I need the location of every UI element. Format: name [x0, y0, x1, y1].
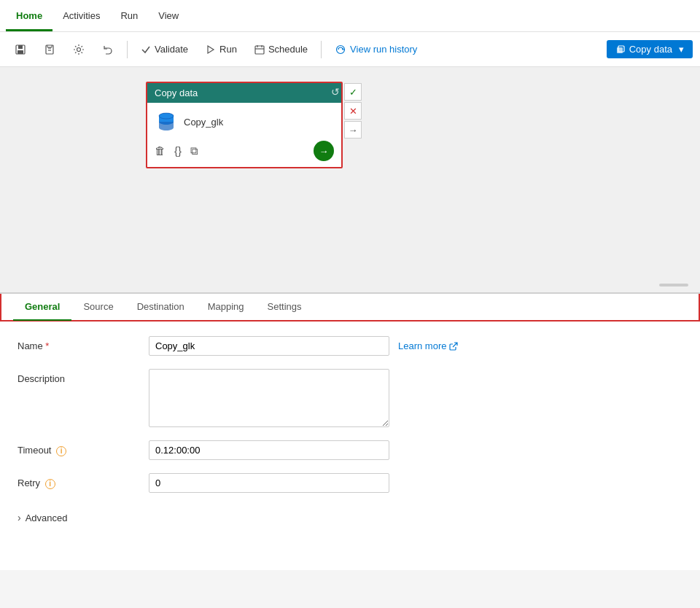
retry-label: Retry i [18, 473, 149, 489]
tab-mapping-label: Mapping [208, 301, 244, 312]
retry-input[interactable] [149, 473, 389, 493]
retry-info-icon: i [45, 479, 55, 489]
tab-mapping[interactable]: Mapping [196, 294, 256, 321]
run-history-icon [335, 44, 346, 55]
external-link-icon [449, 342, 458, 351]
card-close-button[interactable]: ✕ [344, 102, 362, 120]
svg-rect-13 [617, 47, 623, 53]
resize-handle[interactable] [659, 284, 688, 287]
name-required: * [45, 340, 49, 351]
learn-more-link[interactable]: Learn more [398, 336, 458, 351]
resize-handle-area [659, 284, 688, 287]
timeout-info-icon: i [56, 446, 66, 456]
delete-icon[interactable]: 🗑 [155, 144, 166, 157]
tab-destination-label: Destination [137, 301, 184, 312]
svg-marker-7 [208, 46, 214, 53]
menu-item-activities[interactable]: Activities [52, 0, 110, 31]
refresh-icon[interactable]: ↺ [331, 86, 340, 98]
tab-destination[interactable]: Destination [125, 294, 196, 321]
svg-rect-8 [255, 46, 264, 54]
activity-card-header: Copy data ↺ [147, 83, 341, 103]
timeout-label: Timeout i [18, 440, 149, 456]
form-area: Name * Learn more Description [0, 321, 700, 544]
retry-row: Retry i [18, 473, 682, 493]
view-run-history-button[interactable]: View run history [327, 40, 424, 59]
tab-settings[interactable]: Settings [256, 294, 314, 321]
svg-rect-2 [18, 50, 23, 54]
name-label: Name * [18, 336, 149, 351]
advanced-label: Advanced [26, 512, 68, 523]
description-control-area [149, 369, 682, 427]
canvas-area: Copy data ↺ Copy_glk 🗑 {} ⧉ → [0, 67, 700, 293]
description-label: Description [18, 369, 149, 384]
timeout-input[interactable] [149, 440, 389, 460]
retry-control-area [149, 473, 682, 493]
card-arrow-button[interactable]: → [344, 121, 362, 139]
calendar-icon [254, 44, 265, 55]
schedule-label: Schedule [268, 44, 308, 55]
learn-more-label: Learn more [398, 340, 446, 351]
name-row: Name * Learn more [18, 336, 682, 356]
copy-data-button[interactable]: Copy data ▾ [607, 40, 693, 58]
save-icon [15, 44, 26, 55]
activity-card-body: Copy_glk [147, 103, 341, 138]
save-button[interactable] [7, 40, 34, 59]
menu-item-activities-label: Activities [63, 10, 100, 21]
activity-card-footer: 🗑 {} ⧉ → [147, 138, 341, 167]
activity-run-arrow-icon: → [319, 146, 329, 157]
menu-item-home[interactable]: Home [6, 0, 52, 31]
menu-item-home-label: Home [16, 10, 42, 21]
publish-button[interactable] [36, 40, 63, 59]
toolbar-divider-2 [321, 41, 322, 58]
timeout-row: Timeout i [18, 440, 682, 460]
code-icon[interactable]: {} [174, 144, 182, 157]
copy-data-icon [615, 44, 626, 55]
toolbar-divider-1 [127, 41, 128, 58]
copy-data-dropdown-icon: ▾ [679, 44, 684, 55]
name-input[interactable] [149, 336, 389, 356]
validate-label: Validate [155, 44, 188, 55]
timeout-control-area [149, 440, 682, 460]
menu-item-run-label: Run [120, 10, 138, 21]
advanced-section[interactable]: › Advanced [18, 506, 682, 529]
schedule-button[interactable]: Schedule [247, 40, 315, 58]
validate-icon [141, 44, 151, 55]
run-label: Run [219, 44, 237, 55]
view-run-history-label: View run history [350, 44, 417, 55]
activity-card-title: Copy data [155, 87, 198, 98]
description-input[interactable] [149, 369, 389, 427]
copy-data-label: Copy data [629, 44, 672, 55]
settings-button[interactable] [66, 40, 92, 59]
activity-name: Copy_glk [184, 117, 223, 128]
svg-rect-1 [18, 45, 23, 49]
undo-icon [102, 44, 114, 55]
copy-icon[interactable]: ⧉ [190, 144, 198, 157]
bottom-panel: General Source Destination Mapping Setti… [0, 293, 700, 570]
name-control-area: Learn more [149, 336, 682, 356]
run-button[interactable]: Run [198, 40, 244, 58]
footer-icons: 🗑 {} ⧉ [155, 144, 198, 157]
tab-source-label: Source [83, 301, 113, 312]
advanced-chevron-icon: › [18, 512, 21, 523]
menu-item-view-label: View [158, 10, 179, 21]
tab-source[interactable]: Source [71, 294, 125, 321]
description-row: Description [18, 369, 682, 427]
validate-button[interactable]: Validate [133, 40, 195, 58]
database-icon [155, 110, 178, 133]
menu-item-view[interactable]: View [148, 0, 189, 31]
toolbar: Validate Run Schedule View run history C… [0, 32, 700, 67]
activity-run-button[interactable]: → [314, 141, 334, 161]
card-side-actions: ✓ ✕ → [344, 83, 362, 139]
tab-general-label: General [25, 301, 60, 312]
tabs-bar: General Source Destination Mapping Setti… [0, 294, 700, 321]
tab-settings-label: Settings [268, 301, 302, 312]
menu-item-run[interactable]: Run [110, 0, 148, 31]
tab-general[interactable]: General [13, 294, 71, 321]
run-icon [206, 44, 216, 55]
undo-button[interactable] [95, 40, 121, 59]
menu-bar: Home Activities Run View [0, 0, 700, 32]
gear-icon [73, 44, 85, 55]
publish-icon [44, 44, 55, 55]
card-check-button[interactable]: ✓ [344, 83, 362, 101]
activity-card: Copy data ↺ Copy_glk 🗑 {} ⧉ → [146, 82, 343, 168]
